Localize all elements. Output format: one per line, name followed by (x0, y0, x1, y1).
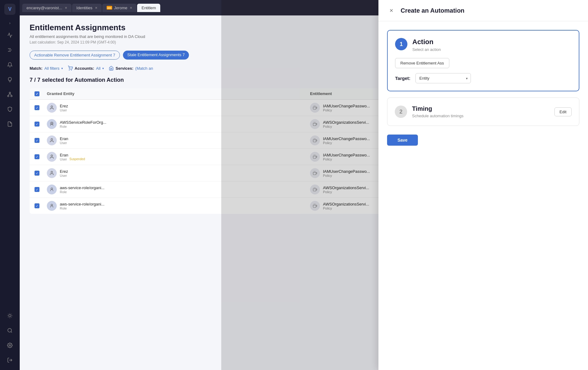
tab-email[interactable]: encarey@varonist... ✕ (22, 4, 71, 12)
logout-icon[interactable] (4, 354, 16, 366)
svg-point-19 (9, 345, 11, 346)
accounts-filter[interactable]: Accounts: All ▾ (68, 66, 104, 71)
row-checkbox[interactable]: ✓ (35, 171, 39, 176)
step-timing-info: Timing Schedule automation timings (412, 105, 463, 118)
target-label: Target: (395, 76, 410, 81)
target-select[interactable]: Entity Role Policy (415, 73, 471, 83)
entity-type: User (60, 108, 68, 112)
suspended-badge: Suspended (69, 157, 85, 161)
search-icon[interactable] (4, 324, 16, 337)
services-value: (Match an (135, 66, 153, 71)
entity-name: aws-service-role/organi... (60, 185, 104, 190)
tab-jerome[interactable]: aws Jerome ✕ (102, 4, 137, 12)
entity-name: Eran (60, 153, 85, 157)
step-2-number: 2 (395, 106, 407, 118)
entity-type: Role (60, 125, 106, 128)
step-1-number: 1 (395, 38, 407, 50)
svg-line-7 (10, 94, 11, 95)
row-checkbox[interactable]: ✓ (35, 122, 39, 127)
match-filter[interactable]: Match: All filters ▾ (30, 66, 63, 71)
svg-point-3 (9, 92, 11, 94)
tab-email-close[interactable]: ✕ (65, 6, 67, 10)
step-action-subtitle: Select an action (412, 47, 571, 52)
step-timing-header: 2 Timing Schedule automation timings Edi… (395, 105, 572, 118)
step-timing-card: 2 Timing Schedule automation timings Edi… (387, 98, 579, 126)
entity-type: Role (60, 190, 104, 194)
row-checkbox[interactable]: ✓ (35, 105, 39, 110)
sidebar: V › (0, 0, 20, 370)
lightbulb-icon[interactable] (4, 73, 16, 86)
services-filter[interactable]: Services: (Match an (109, 66, 153, 71)
tab-identities-close[interactable]: ✕ (95, 6, 97, 10)
avatar (47, 135, 57, 145)
bell-icon[interactable] (4, 59, 16, 71)
sidebar-logo: V (4, 4, 15, 15)
svg-point-36 (51, 155, 52, 156)
network-icon[interactable] (4, 88, 16, 101)
save-button-container: Save (387, 132, 579, 146)
accounts-icon (68, 66, 73, 71)
filter-icon[interactable] (4, 44, 16, 56)
panel-close-button[interactable] (387, 6, 396, 15)
overlay: Create an Automation 1 Action Select an … (221, 0, 588, 370)
row-checkbox[interactable]: ✓ (35, 154, 39, 159)
tab-jerome-close[interactable]: ✕ (130, 6, 132, 10)
accounts-label: Accounts: (75, 66, 94, 71)
sidebar-expand-button[interactable]: › (8, 20, 12, 27)
services-label: Services: (116, 66, 133, 71)
row-checkbox[interactable]: ✓ (35, 203, 39, 208)
action-selected-button[interactable]: Remove Entitlement Ass (395, 58, 449, 68)
tab-entitlement-label: Entitlem (141, 6, 156, 10)
select-all-checkbox[interactable]: ✓ (35, 91, 47, 96)
panel-title: Create an Automation (401, 7, 464, 14)
svg-line-12 (11, 317, 12, 318)
svg-point-21 (71, 70, 71, 70)
tab-identities[interactable]: Identities ✕ (72, 4, 102, 12)
svg-point-8 (9, 314, 11, 317)
entity-name: AWSServiceRoleForOrg... (60, 120, 106, 125)
target-row: Target: Entity Role Policy ▾ (395, 73, 571, 83)
analytics-icon[interactable] (4, 29, 16, 41)
entity-type: User (60, 157, 67, 161)
step-timing-title: Timing (412, 105, 463, 112)
step-timing-left: 2 Timing Schedule automation timings (395, 105, 463, 118)
match-label: Match: (30, 66, 43, 71)
avatar (47, 103, 57, 113)
entity-name: aws-service-role/organi... (60, 202, 104, 206)
panel-body: 1 Action Select an action Remove Entitle… (378, 21, 588, 370)
svg-line-15 (8, 317, 8, 318)
timing-edit-button[interactable]: Edit (554, 107, 572, 116)
sun-icon[interactable] (4, 310, 16, 322)
svg-point-17 (8, 328, 11, 332)
chip-actionable[interactable]: Actionable Remove Entitlement Assignment… (30, 51, 120, 60)
step-action-info: Action Select an action (412, 38, 571, 52)
entity-name: Eran (60, 136, 68, 141)
row-checkbox[interactable]: ✓ (35, 138, 39, 143)
shield-icon[interactable] (4, 103, 16, 115)
avatar (47, 168, 57, 178)
entity-type: Role (60, 206, 104, 210)
entity-type: User (60, 174, 68, 177)
tab-email-label: encarey@varonist... (27, 6, 62, 10)
tab-entitlement[interactable]: Entitlem (137, 4, 160, 12)
report-icon[interactable] (4, 118, 16, 130)
match-chevron-icon: ▾ (61, 67, 63, 70)
accounts-chevron-icon: ▾ (102, 67, 104, 70)
svg-point-4 (8, 95, 9, 97)
svg-point-40 (51, 171, 52, 173)
panel-header: Create an Automation (378, 0, 588, 21)
automation-panel: Create an Automation 1 Action Select an … (378, 0, 588, 370)
row-checkbox[interactable]: ✓ (35, 187, 39, 192)
svg-point-23 (51, 106, 52, 107)
chip-stale[interactable]: Stale Entitlement Assignments 7 (123, 51, 189, 60)
avatar (47, 119, 57, 129)
svg-point-48 (51, 204, 52, 206)
entity-name: Erez (60, 169, 68, 174)
match-value: All filters (44, 66, 59, 71)
save-button[interactable]: Save (387, 135, 418, 146)
gear-icon[interactable] (4, 339, 16, 351)
svg-line-18 (11, 331, 12, 332)
services-icon (109, 66, 114, 71)
svg-point-27 (51, 123, 52, 124)
svg-point-32 (51, 139, 52, 140)
